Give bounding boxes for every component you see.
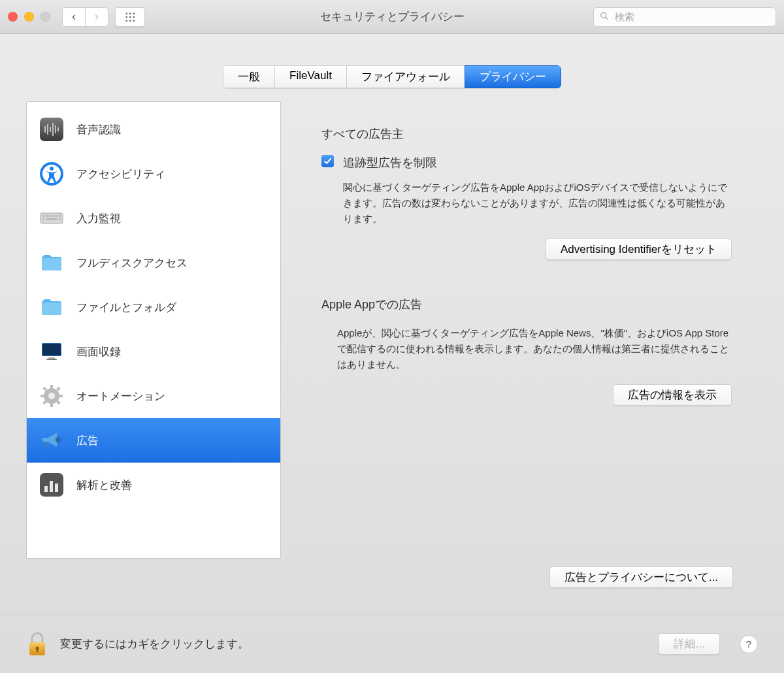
minimize-window-button[interactable] (24, 12, 34, 22)
sidebar-item-accessibility[interactable]: アクセシビリティ (27, 152, 280, 196)
svg-rect-19 (42, 218, 44, 220)
tab-bar: 一般 FileVault ファイアウォール プライバシー (0, 34, 784, 88)
nav-group: ‹ › (62, 7, 108, 27)
forward-button[interactable]: › (85, 7, 108, 27)
sidebar-item-input-monitoring[interactable]: 入力監視 (27, 196, 280, 240)
footer: 変更するにはカギをクリックします。 詳細... ? (0, 614, 784, 673)
section-title: Apple Appでの広告 (321, 297, 733, 312)
sidebar-item-label: 入力監視 (76, 211, 121, 226)
search-icon (600, 11, 609, 22)
sidebar-item-full-disk-access[interactable]: フルディスクアクセス (27, 240, 280, 285)
svg-point-11 (50, 167, 54, 171)
help-button[interactable]: ? (740, 635, 758, 653)
section-all-advertisers: すべての広告主 追跡型広告を制限 関心に基づくターゲティング広告をApple A… (321, 126, 733, 260)
svg-rect-2 (40, 118, 63, 141)
folder-icon (39, 294, 65, 320)
sidebar-item-label: 音声認識 (76, 122, 121, 137)
tab-privacy[interactable]: プライバシー (465, 65, 561, 88)
sidebar-item-label: 広告 (76, 433, 99, 448)
svg-rect-25 (42, 344, 61, 355)
display-icon (39, 338, 65, 365)
limit-ad-tracking-checkbox[interactable] (321, 155, 334, 167)
svg-rect-18 (59, 215, 61, 217)
svg-rect-36 (56, 387, 60, 391)
svg-rect-41 (44, 486, 48, 492)
lock-hint-text: 変更するにはカギをクリックします。 (60, 636, 647, 651)
svg-rect-27 (46, 359, 57, 360)
svg-rect-43 (55, 484, 58, 492)
svg-rect-42 (50, 481, 53, 492)
svg-rect-45 (31, 644, 44, 644)
analytics-icon (39, 472, 65, 498)
window-title: セキュリティとプライバシー (320, 9, 465, 24)
svg-rect-32 (41, 395, 44, 397)
sidebar-item-label: 画面収録 (76, 344, 121, 359)
sidebar-item-advertising[interactable]: 広告 (27, 418, 280, 463)
svg-rect-30 (50, 385, 53, 389)
sidebar-item-label: 解析と改善 (76, 478, 132, 493)
view-ad-info-button[interactable]: 広告の情報を表示 (613, 384, 732, 406)
checkbox-label: 追跡型広告を制限 (343, 155, 437, 171)
svg-rect-38 (45, 442, 48, 447)
speech-icon (39, 116, 65, 142)
about-ads-privacy-button[interactable]: 広告とプライバシーについて... (549, 566, 733, 588)
grid-icon (125, 12, 135, 22)
svg-rect-31 (50, 403, 53, 407)
search-input[interactable] (593, 7, 776, 27)
svg-rect-22 (42, 258, 61, 271)
svg-rect-15 (49, 215, 51, 217)
sidebar-item-automation[interactable]: オートメーション (27, 374, 280, 418)
svg-rect-47 (37, 648, 38, 652)
sidebar-item-label: ファイルとフォルダ (76, 300, 176, 315)
svg-point-0 (601, 12, 606, 18)
svg-point-29 (48, 393, 55, 399)
automation-icon (39, 383, 65, 409)
privacy-category-list[interactable]: 音声認識 アクセシビリティ 入力監視 フルディスクアクセス ファイルとフォルダ (26, 101, 281, 559)
tab-filevault[interactable]: FileVault (274, 65, 346, 88)
svg-rect-26 (48, 357, 55, 359)
svg-rect-21 (59, 218, 61, 220)
section-apple-app-ads: Apple Appでの広告 Appleが、関心に基づくターゲティング広告をApp… (321, 297, 733, 406)
svg-rect-17 (56, 215, 57, 217)
reset-advertising-identifier-button[interactable]: Advertising Identifierをリセット (546, 238, 732, 260)
section-description: Appleが、関心に基づくターゲティング広告をApple News、"株価"、お… (337, 325, 733, 372)
svg-rect-20 (46, 218, 57, 220)
content: 音声認識 アクセシビリティ 入力監視 フルディスクアクセス ファイルとフォルダ (0, 88, 784, 614)
keyboard-icon (39, 205, 65, 231)
svg-rect-16 (52, 215, 54, 217)
window-controls (8, 12, 50, 22)
disk-folder-icon (39, 250, 65, 276)
svg-rect-33 (59, 395, 63, 397)
lock-button[interactable] (26, 631, 48, 658)
svg-rect-34 (42, 387, 46, 391)
sidebar-item-files-folders[interactable]: ファイルとフォルダ (27, 285, 280, 329)
accessibility-icon (39, 161, 65, 187)
detail-pane: すべての広告主 追跡型広告を制限 関心に基づくターゲティング広告をApple A… (297, 101, 758, 614)
svg-line-1 (606, 17, 608, 20)
back-button[interactable]: ‹ (62, 7, 85, 27)
titlebar: ‹ › セキュリティとプライバシー (0, 0, 784, 34)
megaphone-icon (39, 427, 65, 453)
svg-rect-14 (46, 215, 48, 217)
sidebar-item-screen-recording[interactable]: 画面収録 (27, 329, 280, 374)
advanced-button[interactable]: 詳細... (659, 633, 720, 655)
sidebar-item-analytics[interactable]: 解析と改善 (27, 463, 280, 507)
chevron-left-icon: ‹ (72, 10, 76, 24)
show-all-button[interactable] (115, 7, 145, 27)
svg-point-39 (56, 437, 61, 442)
svg-rect-23 (42, 303, 61, 315)
tab-general[interactable]: 一般 (223, 65, 274, 88)
chevron-right-icon: › (95, 10, 99, 24)
sidebar-item-label: オートメーション (76, 389, 165, 404)
close-window-button[interactable] (8, 12, 18, 22)
tab-firewall[interactable]: ファイアウォール (346, 65, 465, 88)
sidebar-item-speech[interactable]: 音声認識 (27, 107, 280, 152)
sidebar-item-label: フルディスクアクセス (76, 255, 188, 271)
search-field[interactable] (593, 7, 776, 27)
svg-rect-13 (42, 215, 44, 217)
zoom-window-button[interactable] (41, 12, 50, 22)
section-title: すべての広告主 (321, 126, 733, 142)
section-description: 関心に基づくターゲティング広告をApple AppおよびiOSデバイスで受信しな… (343, 180, 733, 227)
sidebar-item-label: アクセシビリティ (76, 167, 165, 182)
